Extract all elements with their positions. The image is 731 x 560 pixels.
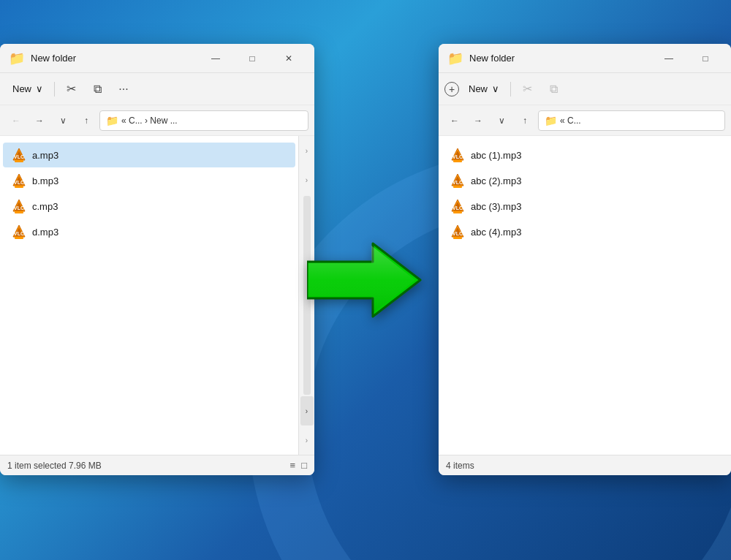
- file-item-a[interactable]: VLC a.mp3: [3, 143, 295, 167]
- svg-text:VLC: VLC: [14, 180, 24, 185]
- svg-text:VLC: VLC: [14, 154, 24, 159]
- file-item-abc4[interactable]: VLC abc (4).mp3: [442, 219, 728, 244]
- cut-button-right[interactable]: ✂: [515, 77, 539, 101]
- forward-icon: →: [35, 116, 44, 126]
- close-icon: ✕: [285, 53, 292, 64]
- list-view-icon-left[interactable]: ≡: [290, 460, 296, 471]
- file-list-right: VLC abc (1).mp3 VLC abc (2).mp3: [439, 136, 731, 455]
- path-folder-icon-right: 📁: [545, 115, 557, 126]
- file-item-d[interactable]: VLC d.mp3: [3, 219, 295, 244]
- minimize-icon-right: —: [664, 53, 673, 64]
- svg-rect-20: [453, 160, 462, 162]
- file-name-abc1: abc (1).mp3: [471, 150, 521, 161]
- toolbar-right: + New ∨ ✂ ⧉: [439, 73, 731, 105]
- minimize-button-left[interactable]: —: [199, 47, 232, 70]
- svg-rect-28: [453, 211, 462, 213]
- copy-button-left[interactable]: ⧉: [86, 77, 109, 101]
- close-button-left[interactable]: ✕: [272, 47, 306, 70]
- copy-button-right[interactable]: ⧉: [542, 77, 565, 101]
- file-area-right: VLC abc (1).mp3 VLC abc (2).mp3: [439, 136, 731, 455]
- file-name-d: d.mp3: [32, 227, 58, 238]
- grid-view-icon-left[interactable]: □: [301, 460, 307, 471]
- dropdown-button-right[interactable]: ∨: [491, 110, 512, 131]
- copy-icon-right: ⧉: [550, 83, 558, 96]
- status-text-right: 4 items: [446, 461, 474, 471]
- svg-text:VLC: VLC: [452, 231, 463, 236]
- more-button-left[interactable]: ···: [112, 77, 135, 101]
- svg-rect-2: [15, 160, 23, 162]
- svg-rect-24: [453, 186, 462, 188]
- svg-text:VLC: VLC: [14, 205, 24, 211]
- cut-button-left[interactable]: ✂: [59, 77, 83, 101]
- green-arrow: [307, 229, 424, 331]
- file-name-abc2: abc (2).mp3: [471, 175, 521, 186]
- maximize-icon: □: [249, 53, 254, 64]
- address-bar-left: ← → ∨ ↑ 📁 « C... › New ...: [0, 105, 314, 136]
- plus-icon-right: +: [449, 83, 455, 95]
- folder-title-icon: 📁: [9, 50, 25, 67]
- back-button-left[interactable]: ←: [6, 110, 26, 131]
- vlc-icon-abc1: VLC: [450, 147, 465, 163]
- maximize-button-left[interactable]: □: [235, 47, 269, 70]
- toolbar-sep-right: [510, 82, 511, 97]
- file-list-left: VLC a.mp3 VLC b.mp3: [0, 136, 298, 455]
- back-button-right[interactable]: ←: [444, 110, 465, 131]
- title-bar-left-content: 📁 New folder: [9, 50, 76, 67]
- address-bar-right: ← → ∨ ↑ 📁 « C...: [439, 105, 731, 136]
- maximize-icon-right: □: [702, 53, 708, 64]
- dropdown-icon: ∨: [60, 116, 67, 126]
- new-label-right: New: [469, 83, 488, 94]
- scroll-mid-left[interactable]: ›: [306, 165, 308, 194]
- title-controls-left: — □ ✕: [199, 47, 306, 70]
- forward-button-left[interactable]: →: [29, 110, 50, 131]
- back-icon-right: ←: [450, 116, 459, 126]
- vlc-icon-c: VLC: [12, 198, 26, 214]
- forward-button-right[interactable]: →: [468, 110, 488, 131]
- file-item-abc1[interactable]: VLC abc (1).mp3: [442, 143, 728, 167]
- minimize-button-right[interactable]: —: [652, 47, 686, 70]
- back-icon: ←: [12, 116, 20, 126]
- file-name-b: b.mp3: [32, 175, 58, 186]
- up-button-left[interactable]: ↑: [76, 110, 96, 131]
- path-folder-icon-left: 📁: [106, 115, 118, 126]
- status-bar-left: 1 item selected 7.96 MB ≡ □: [0, 455, 314, 475]
- new-chevron-left: ∨: [36, 83, 43, 94]
- file-item-b[interactable]: VLC b.mp3: [3, 168, 295, 193]
- svg-text:VLC: VLC: [452, 205, 463, 211]
- new-chevron-right: ∨: [492, 83, 499, 94]
- more-icon: ···: [118, 83, 128, 96]
- address-path-left[interactable]: 📁 « C... › New ...: [99, 110, 308, 131]
- path-text-left: « C... › New ...: [121, 116, 178, 126]
- title-bar-left: 📁 New folder — □ ✕: [0, 44, 314, 73]
- status-bar-right: 4 items: [439, 455, 731, 475]
- up-button-right[interactable]: ↑: [515, 110, 535, 131]
- file-name-abc4: abc (4).mp3: [471, 227, 521, 238]
- maximize-button-right[interactable]: □: [689, 47, 722, 70]
- scroll-down-left[interactable]: ›: [306, 425, 308, 455]
- arrow-container: [307, 229, 424, 331]
- forward-icon-right: →: [474, 116, 482, 126]
- file-item-abc3[interactable]: VLC abc (3).mp3: [442, 194, 728, 219]
- new-button-left[interactable]: New ∨: [6, 77, 50, 101]
- vlc-icon-abc3: VLC: [450, 198, 465, 214]
- svg-rect-14: [15, 237, 23, 239]
- svg-text:VLC: VLC: [452, 154, 463, 159]
- new-label-left: New: [12, 83, 31, 94]
- scroll-active-left[interactable]: ›: [300, 396, 314, 425]
- new-plus-btn-right[interactable]: +: [444, 82, 459, 97]
- file-item-abc2[interactable]: VLC abc (2).mp3: [442, 168, 728, 193]
- address-path-right[interactable]: 📁 « C...: [538, 110, 725, 131]
- scroll-up-left[interactable]: ›: [306, 136, 308, 165]
- window-right: 📁 New folder — □ + New ∨: [439, 44, 731, 475]
- minimize-icon: —: [211, 53, 220, 64]
- vlc-icon-a: VLC: [12, 147, 26, 163]
- file-item-c[interactable]: VLC c.mp3: [3, 194, 295, 219]
- title-controls-right: — □: [652, 47, 722, 70]
- dropdown-button-left[interactable]: ∨: [53, 110, 73, 131]
- vlc-icon-b: VLC: [12, 173, 26, 189]
- file-area-left: VLC a.mp3 VLC b.mp3: [0, 136, 314, 455]
- window-left-title: New folder: [31, 53, 76, 64]
- toolbar-sep-1: [54, 82, 55, 97]
- new-button-right[interactable]: New ∨: [462, 77, 506, 101]
- file-name-a: a.mp3: [32, 150, 58, 161]
